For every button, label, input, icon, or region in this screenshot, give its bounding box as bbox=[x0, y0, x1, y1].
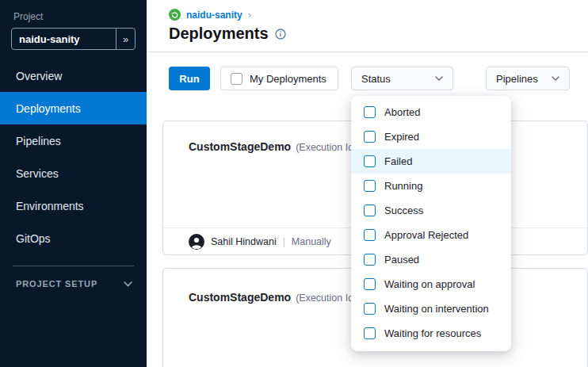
footer-separator: | bbox=[283, 236, 285, 247]
chevron-down-icon bbox=[552, 76, 559, 81]
status-option-label: Waiting for resources bbox=[384, 327, 481, 339]
status-option-checkbox[interactable] bbox=[364, 180, 376, 192]
toolbar: Run My Deployments Status Pipelines bbox=[147, 52, 588, 90]
status-option-label: Paused bbox=[384, 254, 419, 266]
status-filter-menu: Aborted Expired Failed Running Success A… bbox=[351, 96, 511, 351]
triggered-by-user: Sahil Hindwani bbox=[211, 236, 277, 247]
sidebar-item-services[interactable]: Services bbox=[0, 157, 147, 189]
status-option-running[interactable]: Running bbox=[351, 174, 511, 198]
status-option-checkbox[interactable] bbox=[364, 303, 376, 315]
page-title: Deployments bbox=[169, 25, 269, 43]
trigger-type: Manually bbox=[292, 236, 331, 247]
project-name: naidu-sanity bbox=[12, 33, 116, 45]
status-option-success[interactable]: Success bbox=[351, 198, 511, 223]
deployment-execution-id: (Execution Id bbox=[296, 292, 353, 304]
sidebar-item-pipelines[interactable]: Pipelines bbox=[0, 124, 147, 157]
sidebar: Project naidu-sanity » Overview Deployme… bbox=[0, 0, 147, 367]
status-option-checkbox[interactable] bbox=[364, 254, 376, 266]
project-icon bbox=[169, 9, 181, 21]
status-filter-dropdown[interactable]: Status bbox=[351, 67, 453, 90]
status-option-waiting-for-resources[interactable]: Waiting for resources bbox=[351, 321, 511, 346]
status-option-label: Waiting on approval bbox=[384, 278, 475, 290]
my-deployments-label: My Deployments bbox=[250, 73, 326, 85]
sidebar-nav: Overview Deployments Pipelines Services … bbox=[0, 59, 147, 254]
page-header: naidu-sanity › Deployments bbox=[147, 0, 588, 52]
status-option-checkbox[interactable] bbox=[364, 327, 376, 339]
status-option-label: Success bbox=[384, 205, 423, 216]
sidebar-item-overview[interactable]: Overview bbox=[0, 59, 147, 92]
status-option-waiting-on-intervention[interactable]: Waiting on intervention bbox=[351, 296, 511, 321]
project-setup-label: PROJECT SETUP bbox=[16, 279, 97, 289]
chevron-down-icon bbox=[435, 76, 443, 81]
status-option-failed[interactable]: Failed bbox=[351, 149, 511, 174]
status-option-approval-rejected[interactable]: Approval Rejected bbox=[351, 223, 511, 247]
status-option-checkbox[interactable] bbox=[364, 131, 376, 143]
status-filter-label: Status bbox=[361, 73, 391, 85]
my-deployments-checkbox[interactable] bbox=[231, 73, 242, 85]
deployment-execution-id: (Execution Id bbox=[296, 142, 353, 153]
pipelines-filter-label: Pipelines bbox=[496, 73, 538, 85]
sidebar-divider bbox=[13, 266, 134, 266]
project-setup-toggle[interactable]: PROJECT SETUP bbox=[0, 279, 147, 289]
user-avatar-icon bbox=[189, 234, 204, 250]
status-option-waiting-on-approval[interactable]: Waiting on approval bbox=[351, 272, 511, 296]
deployment-title[interactable]: CustomStageDemo bbox=[189, 140, 291, 153]
status-option-label: Aborted bbox=[384, 106, 421, 118]
breadcrumb: naidu-sanity › bbox=[169, 0, 588, 21]
project-expand-icon[interactable]: » bbox=[116, 29, 135, 49]
status-option-label: Running bbox=[384, 180, 422, 192]
status-option-expired[interactable]: Expired bbox=[351, 124, 511, 149]
breadcrumb-separator: › bbox=[248, 9, 251, 21]
status-option-label: Failed bbox=[384, 155, 412, 167]
sidebar-item-environments[interactable]: Environments bbox=[0, 189, 147, 222]
status-option-checkbox[interactable] bbox=[364, 205, 376, 216]
project-label: Project bbox=[13, 11, 147, 22]
deployment-title[interactable]: CustomStageDemo bbox=[189, 291, 291, 304]
status-option-label: Expired bbox=[384, 131, 419, 143]
sidebar-item-gitops[interactable]: GitOps bbox=[0, 222, 147, 254]
pipelines-filter-dropdown[interactable]: Pipelines bbox=[486, 67, 570, 90]
chevron-down-icon bbox=[124, 281, 132, 287]
info-icon[interactable] bbox=[275, 29, 286, 40]
status-option-label: Waiting on intervention bbox=[384, 303, 489, 315]
my-deployments-toggle[interactable]: My Deployments bbox=[220, 67, 338, 90]
status-option-checkbox[interactable] bbox=[364, 278, 376, 290]
status-option-checkbox[interactable] bbox=[364, 106, 376, 118]
run-button[interactable]: Run bbox=[169, 67, 210, 90]
status-option-paused[interactable]: Paused bbox=[351, 247, 511, 272]
breadcrumb-project-link[interactable]: naidu-sanity bbox=[186, 10, 242, 21]
status-option-aborted[interactable]: Aborted bbox=[351, 100, 511, 124]
status-option-checkbox[interactable] bbox=[364, 229, 376, 241]
status-option-checkbox[interactable] bbox=[364, 155, 376, 167]
project-selector[interactable]: naidu-sanity » bbox=[11, 28, 136, 50]
status-option-label: Approval Rejected bbox=[384, 229, 468, 241]
sidebar-item-deployments[interactable]: Deployments bbox=[0, 92, 147, 124]
